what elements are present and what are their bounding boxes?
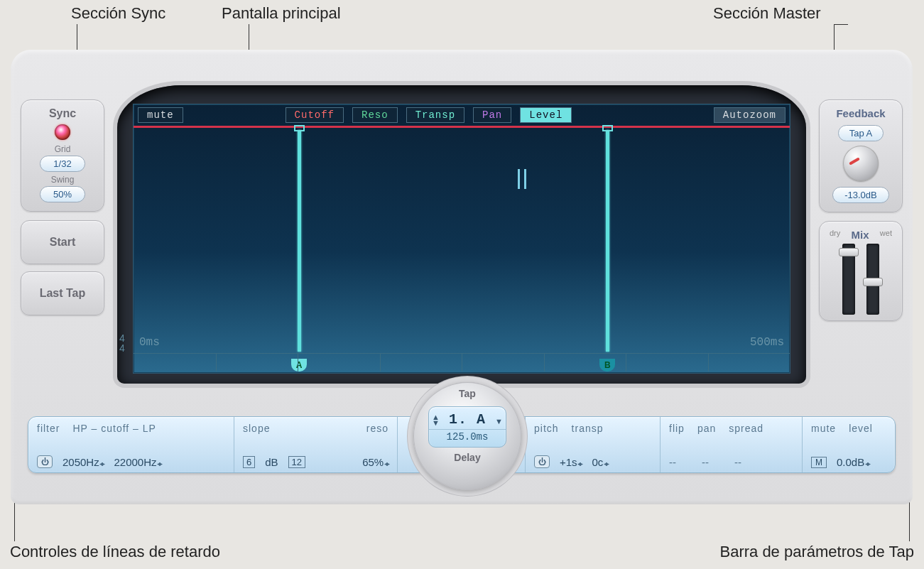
view-pan[interactable]: Pan — [473, 107, 511, 123]
time-end-label: 500ms — [750, 336, 784, 349]
view-level[interactable]: Level — [520, 107, 572, 123]
slope-head: slope — [243, 423, 270, 434]
level-group: mute level M 0.0dB — [803, 417, 895, 472]
spread-group: flip pan spread -- -- -- — [661, 417, 803, 472]
callout-sync: Sección Sync — [71, 4, 165, 23]
filter-power-button[interactable] — [37, 455, 53, 468]
spread-head: spread — [729, 423, 763, 434]
feedback-tap-select[interactable]: Tap A — [838, 125, 884, 141]
view-reso[interactable]: Reso — [352, 107, 398, 123]
pan-value[interactable]: -- — [702, 456, 709, 468]
tap-line-b[interactable]: B — [606, 130, 609, 352]
sync-section: Sync Grid 1/32 Swing 50% — [21, 99, 104, 212]
callout-main: Pantalla principal — [222, 4, 341, 23]
lp-cutoff-field[interactable]: 22000Hz — [114, 456, 161, 468]
main-display-frame: mute Cutoff Reso Transp Pan Level Autozo… — [117, 85, 806, 384]
mix-dry-label: dry — [830, 229, 840, 241]
mix-sliders — [824, 244, 898, 315]
autozoom-button[interactable]: Autozoom — [714, 107, 786, 123]
reso-head: reso — [366, 423, 388, 434]
hp-cutoff-field[interactable]: 2050Hz — [62, 456, 104, 468]
mute-head: mute — [811, 423, 836, 434]
view-cutoff[interactable]: Cutoff — [286, 107, 344, 123]
tap-dial-bottom-label: Delay — [413, 452, 521, 463]
dropdown-icon[interactable]: ▼ — [495, 417, 503, 426]
feedback-title: Feedback — [824, 107, 898, 119]
dry-slider[interactable] — [842, 244, 855, 315]
level-head: level — [849, 423, 873, 434]
swing-value[interactable]: 50% — [40, 186, 85, 202]
callout-delay-lines: Controles de líneas de retardo — [10, 543, 220, 561]
filter-group: filter HP – cutoff – LP 2050Hz 22000Hz — [28, 417, 234, 472]
reso-field[interactable]: 65% — [362, 456, 388, 468]
time-signature: 44 — [119, 333, 125, 353]
last-tap-button[interactable]: Last Tap — [21, 271, 104, 315]
feedback-knob[interactable] — [843, 146, 879, 181]
pan-head: pan — [697, 423, 716, 434]
mute-toggle[interactable]: M — [811, 457, 827, 468]
stepper-icon[interactable]: ▲▼ — [432, 414, 440, 426]
tap-handle-icon[interactable] — [294, 125, 305, 131]
tap-line-a[interactable]: A — [298, 130, 301, 352]
sync-title: Sync — [26, 107, 99, 120]
tap-dial-top-label: Tap — [413, 388, 521, 399]
spread-value[interactable]: -- — [734, 456, 741, 468]
left-column: Sync Grid 1/32 Swing 50% Start Last Tap — [21, 99, 104, 323]
mix-section: dry Mix wet — [819, 221, 903, 321]
grid-value[interactable]: 1/32 — [40, 156, 85, 172]
tap-time-field[interactable]: 125.0ms — [429, 429, 506, 443]
level-field[interactable]: 0.0dB — [837, 456, 869, 468]
transp-head: transp — [572, 423, 604, 434]
wet-slider[interactable] — [866, 244, 879, 315]
swing-label: Swing — [26, 175, 99, 185]
pitch-power-button[interactable] — [534, 455, 550, 468]
grid-label: Grid — [26, 144, 99, 154]
start-button[interactable]: Start — [21, 220, 104, 264]
filter-head: filter — [37, 423, 60, 434]
pitch-group: pitch transp +1s 0c — [526, 417, 661, 472]
cutoff-head: HP – cutoff – LP — [72, 423, 156, 434]
tap-dial-display[interactable]: ▲▼ ▼ 1. A 125.0ms — [428, 406, 506, 448]
time-start-label: 0ms — [139, 336, 160, 349]
callout-tap-bar: Barra de parámetros de Tap — [719, 543, 914, 561]
view-transp[interactable]: Transp — [406, 107, 464, 123]
overview-bar[interactable] — [134, 126, 790, 128]
mute-button[interactable]: mute — [138, 107, 183, 123]
tap-name-field[interactable]: 1. A — [449, 411, 486, 428]
transp-field[interactable]: 0c — [592, 456, 608, 468]
tap-delay-dial[interactable]: Tap ▲▼ ▼ 1. A 125.0ms Delay — [413, 382, 521, 490]
slope-12-button[interactable]: 12 — [288, 456, 305, 468]
feedback-value[interactable]: -13.0dB — [832, 187, 889, 203]
main-display[interactable]: mute Cutoff Reso Transp Pan Level Autozo… — [133, 104, 790, 374]
mix-title: Mix — [852, 229, 869, 241]
tap-handle-icon[interactable] — [602, 125, 613, 131]
right-column: Feedback Tap A -13.0dB dry Mix wet — [819, 99, 903, 330]
plugin-panel: Sync Grid 1/32 Swing 50% Start Last Tap … — [11, 50, 913, 504]
pan-indicator — [518, 169, 526, 189]
pitch-head: pitch — [534, 423, 559, 434]
flip-value[interactable]: -- — [669, 456, 676, 468]
callout-master: Sección Master — [713, 4, 821, 23]
display-toolbar: mute Cutoff Reso Transp Pan Level Autozo… — [134, 104, 790, 126]
mix-wet-label: wet — [880, 229, 892, 241]
slope-6-button[interactable]: 6 — [243, 456, 255, 468]
ruler[interactable] — [134, 353, 790, 372]
db-label: dB — [265, 456, 278, 468]
callout-line — [834, 24, 848, 25]
sync-led[interactable] — [55, 124, 70, 140]
flip-head: flip — [669, 423, 685, 434]
pitch-field[interactable]: +1s — [560, 456, 582, 468]
slope-group: slope reso 6 dB 12 65% — [234, 417, 398, 472]
tap-track[interactable]: A B — [134, 130, 790, 352]
feedback-section: Feedback Tap A -13.0dB — [819, 99, 903, 212]
